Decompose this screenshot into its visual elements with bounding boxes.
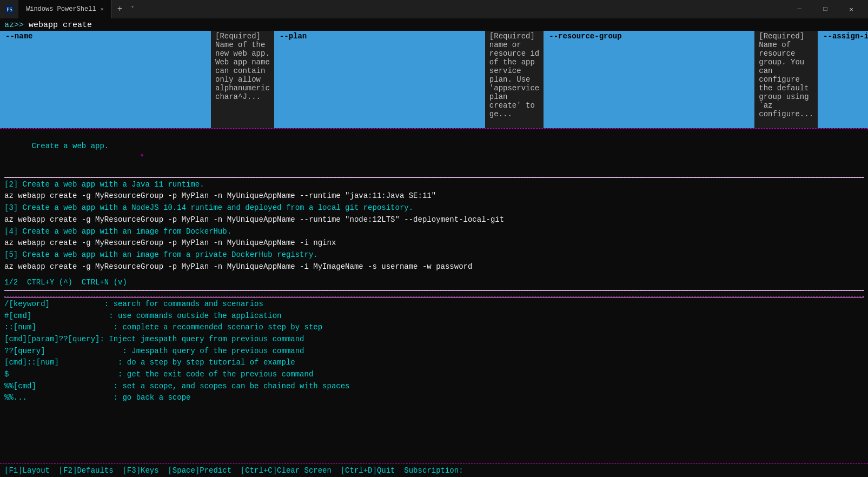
example-label: [3] Create a web app with a NodeJS 10.14… xyxy=(4,202,864,214)
svg-text:PS: PS xyxy=(6,6,12,12)
example-command: az webapp create -g MyResourceGroup -p M… xyxy=(4,190,864,202)
separator-2 xyxy=(4,177,864,178)
help-val: : do a step by step tutorial of example xyxy=(118,358,295,367)
tab-label: Windows PowerShell xyxy=(26,5,96,13)
autocomplete-val: [Required] Name of resource group. You c… xyxy=(754,31,818,128)
window-controls: — □ ✕ xyxy=(787,0,864,18)
example-label: [4] Create a web app with an image from … xyxy=(4,226,864,238)
section-title-text: Create a web app. xyxy=(31,142,109,150)
prompt-indicator: az>> xyxy=(4,21,24,30)
spacer xyxy=(4,273,864,277)
help-key: %%... xyxy=(4,393,27,402)
autocomplete-row[interactable]: --resource-group[Required] Name of resou… xyxy=(544,31,818,128)
new-tab-button[interactable]: + xyxy=(112,0,128,18)
autocomplete-row[interactable]: --assign-identityaccept system or user a… xyxy=(818,31,868,128)
help-item: [cmd][param]??[query]: Inject jmespath q… xyxy=(4,334,864,346)
titlebar-left: PS Windows PowerShell ✕ + ˅ xyxy=(4,0,137,18)
help-item: %%[cmd] : set a scope, and scopes can be… xyxy=(4,381,864,393)
powershell-icon: PS xyxy=(4,4,15,15)
help-key: ::[num] xyxy=(4,323,36,332)
help-item: %%... : go back a scope xyxy=(4,392,864,404)
prompt-line: az>> webapp create xyxy=(0,18,868,31)
content-area: Create a web app. * [2] Create a web app… xyxy=(0,129,868,463)
statusbar: [F1]Layout [F2]Defaults [F3]Keys [Space]… xyxy=(0,463,868,477)
help-val: : go back a scope xyxy=(114,393,191,402)
autocomplete-row[interactable]: --name[Required] Name of the new web app… xyxy=(0,31,274,128)
help-val: : complete a recommended scenario step b… xyxy=(114,323,322,332)
example-command: az webapp create -g MyResourceGroup -p M… xyxy=(4,214,864,226)
help-val: : search for commands and scenarios xyxy=(104,300,263,308)
separator-3 xyxy=(4,290,864,291)
autocomplete-val: [Required] Name of the new web app. Web … xyxy=(211,31,274,128)
help-item: #[cmd] : use commands outside the applic… xyxy=(4,310,864,322)
help-val: : Jmespath query of the previous command xyxy=(122,347,304,355)
example-label: [5] Create a web app with an image from … xyxy=(4,249,864,261)
examples-container: [2] Create a web app with a Java 11 runt… xyxy=(4,179,864,273)
help-val: : get the exit code of the previous comm… xyxy=(118,370,313,379)
example-command: az webapp create -g MyResourceGroup -p M… xyxy=(4,261,864,273)
autocomplete-row[interactable]: --plan[Required] name or resource id of … xyxy=(274,31,544,128)
autocomplete-area: --name[Required] Name of the new web app… xyxy=(0,31,868,128)
help-val: Inject jmespath query from previous comm… xyxy=(109,335,304,343)
help-key: #[cmd] xyxy=(4,312,31,320)
autocomplete-key: --assign-identity xyxy=(818,31,868,128)
help-key: [cmd][param]??[query]: xyxy=(4,335,104,343)
autocomplete-key: --resource-group xyxy=(544,31,754,128)
help-item: $ : get the exit code of the previous co… xyxy=(4,369,864,381)
separator-4 xyxy=(4,296,864,297)
example-label: [2] Create a web app with a Java 11 runt… xyxy=(4,179,864,191)
section-title: Create a web app. * xyxy=(4,129,864,176)
example-command: az webapp create -g MyResourceGroup -p M… xyxy=(4,237,864,249)
active-tab[interactable]: Windows PowerShell ✕ xyxy=(18,0,112,18)
help-item: ::[num] : complete a recommended scenari… xyxy=(4,322,864,334)
titlebar-tabs: Windows PowerShell ✕ + ˅ xyxy=(18,0,137,18)
autocomplete-key: --name xyxy=(0,31,211,128)
section-star: * xyxy=(140,153,144,162)
help-item: /[keyword] : search for commands and sce… xyxy=(4,299,864,310)
help-key: %%[cmd] xyxy=(4,382,36,390)
titlebar: PS Windows PowerShell ✕ + ˅ — □ ✕ xyxy=(0,0,868,18)
help-item: ??[query] : Jmespath query of the previo… xyxy=(4,346,864,357)
maximize-button[interactable]: □ xyxy=(813,0,838,18)
autocomplete-key: --plan xyxy=(274,31,485,128)
help-key: /[keyword] xyxy=(4,300,50,308)
minimize-button[interactable]: — xyxy=(787,0,812,18)
prompt-command: webapp create xyxy=(24,21,92,30)
help-val: : set a scope, and scopes can be chained… xyxy=(114,382,350,390)
terminal: az>> webapp create --name[Required] Name… xyxy=(0,18,868,477)
tab-close-button[interactable]: ✕ xyxy=(101,6,104,12)
help-key: [cmd]::[num] xyxy=(4,358,59,367)
help-item: [cmd]::[num] : do a step by step tutoria… xyxy=(4,357,864,369)
autocomplete-val: [Required] name or resource id of the ap… xyxy=(485,31,544,128)
tab-dropdown-button[interactable]: ˅ xyxy=(128,0,137,18)
help-val: : use commands outside the application xyxy=(109,312,281,320)
help-key: ??[query] xyxy=(4,347,45,355)
help-container: /[keyword] : search for commands and sce… xyxy=(4,299,864,404)
pagination-line: 1/2 CTRL+Y (^) CTRL+N (v) xyxy=(4,277,864,289)
close-button[interactable]: ✕ xyxy=(839,0,864,18)
